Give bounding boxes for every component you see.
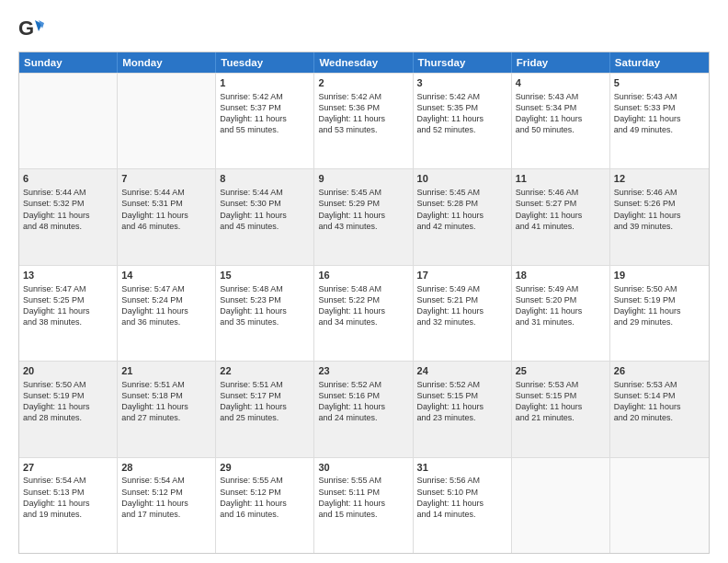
day-number: 20: [23, 364, 113, 378]
cell-detail: Sunrise: 5:44 AMSunset: 5:31 PMDaylight:…: [121, 187, 211, 232]
calendar: SundayMondayTuesdayWednesdayThursdayFrid…: [18, 52, 710, 554]
day-number: 19: [614, 269, 705, 282]
cell-detail: Sunrise: 5:49 AMSunset: 5:20 PMDaylight:…: [516, 283, 606, 328]
day-number: 29: [220, 461, 310, 475]
calendar-cell: 8Sunrise: 5:44 AMSunset: 5:30 PMDaylight…: [216, 169, 314, 264]
day-number: 14: [121, 269, 211, 282]
day-number: 5: [614, 76, 705, 90]
header-day-friday: Friday: [512, 52, 610, 73]
calendar-cell: [19, 74, 118, 168]
calendar-cell: 15Sunrise: 5:48 AMSunset: 5:23 PMDayligh…: [216, 266, 314, 361]
day-number: 12: [614, 172, 705, 186]
cell-detail: Sunrise: 5:42 AMSunset: 5:37 PMDaylight:…: [220, 91, 310, 136]
cell-detail: Sunrise: 5:50 AMSunset: 5:19 PMDaylight:…: [23, 379, 113, 424]
calendar-cell: 13Sunrise: 5:47 AMSunset: 5:25 PMDayligh…: [19, 266, 118, 361]
calendar-cell: 16Sunrise: 5:48 AMSunset: 5:22 PMDayligh…: [314, 266, 413, 361]
day-number: 6: [23, 172, 113, 186]
calendar-week-4: 20Sunrise: 5:50 AMSunset: 5:19 PMDayligh…: [19, 361, 709, 456]
day-number: 9: [318, 172, 408, 186]
calendar-cell: 26Sunrise: 5:53 AMSunset: 5:14 PMDayligh…: [610, 362, 709, 456]
day-number: 16: [318, 269, 408, 282]
day-number: 11: [516, 172, 606, 186]
calendar-week-3: 13Sunrise: 5:47 AMSunset: 5:25 PMDayligh…: [19, 265, 709, 361]
day-number: 8: [220, 172, 310, 186]
cell-detail: Sunrise: 5:49 AMSunset: 5:21 PMDaylight:…: [417, 283, 507, 328]
day-number: 22: [220, 364, 310, 378]
cell-detail: Sunrise: 5:56 AMSunset: 5:10 PMDaylight:…: [417, 475, 507, 520]
day-number: 4: [516, 76, 606, 90]
day-number: 18: [516, 269, 606, 282]
day-number: 30: [318, 461, 408, 475]
calendar-cell: 29Sunrise: 5:55 AMSunset: 5:12 PMDayligh…: [216, 458, 314, 553]
day-number: 26: [614, 364, 705, 378]
calendar-cell: 18Sunrise: 5:49 AMSunset: 5:20 PMDayligh…: [512, 266, 610, 361]
header-day-monday: Monday: [118, 52, 216, 73]
cell-detail: Sunrise: 5:45 AMSunset: 5:29 PMDaylight:…: [318, 187, 408, 232]
cell-detail: Sunrise: 5:52 AMSunset: 5:16 PMDaylight:…: [318, 379, 408, 424]
calendar-cell: 12Sunrise: 5:46 AMSunset: 5:26 PMDayligh…: [610, 169, 709, 264]
cell-detail: Sunrise: 5:54 AMSunset: 5:13 PMDaylight:…: [23, 475, 113, 520]
calendar-cell: 17Sunrise: 5:49 AMSunset: 5:21 PMDayligh…: [414, 266, 512, 361]
cell-detail: Sunrise: 5:53 AMSunset: 5:15 PMDaylight:…: [516, 379, 606, 424]
cell-detail: Sunrise: 5:42 AMSunset: 5:36 PMDaylight:…: [318, 91, 408, 136]
calendar-cell: 21Sunrise: 5:51 AMSunset: 5:18 PMDayligh…: [118, 362, 216, 456]
calendar-cell: 25Sunrise: 5:53 AMSunset: 5:15 PMDayligh…: [512, 362, 610, 456]
day-number: 25: [516, 364, 606, 378]
header-day-thursday: Thursday: [414, 52, 512, 73]
calendar-cell: 28Sunrise: 5:54 AMSunset: 5:12 PMDayligh…: [118, 458, 216, 553]
calendar-body: 1Sunrise: 5:42 AMSunset: 5:37 PMDaylight…: [19, 73, 709, 553]
calendar-cell: 2Sunrise: 5:42 AMSunset: 5:36 PMDaylight…: [314, 74, 413, 168]
cell-detail: Sunrise: 5:43 AMSunset: 5:33 PMDaylight:…: [614, 91, 705, 136]
cell-detail: Sunrise: 5:52 AMSunset: 5:15 PMDaylight:…: [417, 379, 507, 424]
calendar-cell: [610, 458, 709, 553]
calendar-cell: 7Sunrise: 5:44 AMSunset: 5:31 PMDaylight…: [118, 169, 216, 264]
cell-detail: Sunrise: 5:51 AMSunset: 5:17 PMDaylight:…: [220, 379, 310, 424]
svg-text:G: G: [18, 17, 34, 40]
day-number: 27: [23, 461, 113, 475]
day-number: 1: [220, 76, 310, 90]
cell-detail: Sunrise: 5:45 AMSunset: 5:28 PMDaylight:…: [417, 187, 507, 232]
calendar-cell: 20Sunrise: 5:50 AMSunset: 5:19 PMDayligh…: [19, 362, 118, 456]
day-number: 24: [417, 364, 507, 378]
header-day-sunday: Sunday: [19, 52, 118, 73]
cell-detail: Sunrise: 5:48 AMSunset: 5:23 PMDaylight:…: [220, 283, 310, 328]
header-day-tuesday: Tuesday: [216, 52, 314, 73]
day-number: 28: [121, 461, 211, 475]
logo-icon: G: [18, 17, 44, 42]
cell-detail: Sunrise: 5:47 AMSunset: 5:24 PMDaylight:…: [121, 283, 211, 328]
cell-detail: Sunrise: 5:44 AMSunset: 5:30 PMDaylight:…: [220, 187, 310, 232]
calendar-cell: 6Sunrise: 5:44 AMSunset: 5:32 PMDaylight…: [19, 169, 118, 264]
calendar-cell: [118, 74, 216, 168]
cell-detail: Sunrise: 5:44 AMSunset: 5:32 PMDaylight:…: [23, 187, 113, 232]
calendar-cell: 31Sunrise: 5:56 AMSunset: 5:10 PMDayligh…: [414, 458, 512, 553]
calendar-week-1: 1Sunrise: 5:42 AMSunset: 5:37 PMDaylight…: [19, 73, 709, 168]
day-number: 7: [121, 172, 211, 186]
day-number: 3: [417, 76, 507, 90]
calendar-cell: 14Sunrise: 5:47 AMSunset: 5:24 PMDayligh…: [118, 266, 216, 361]
calendar-cell: 22Sunrise: 5:51 AMSunset: 5:17 PMDayligh…: [216, 362, 314, 456]
cell-detail: Sunrise: 5:47 AMSunset: 5:25 PMDaylight:…: [23, 283, 113, 328]
calendar-cell: 5Sunrise: 5:43 AMSunset: 5:33 PMDaylight…: [610, 74, 709, 168]
day-number: 31: [417, 461, 507, 475]
cell-detail: Sunrise: 5:50 AMSunset: 5:19 PMDaylight:…: [614, 283, 705, 328]
calendar-header: SundayMondayTuesdayWednesdayThursdayFrid…: [19, 52, 709, 73]
calendar-cell: 23Sunrise: 5:52 AMSunset: 5:16 PMDayligh…: [314, 362, 413, 456]
calendar-cell: 24Sunrise: 5:52 AMSunset: 5:15 PMDayligh…: [414, 362, 512, 456]
calendar-cell: [512, 458, 610, 553]
calendar-cell: 30Sunrise: 5:55 AMSunset: 5:11 PMDayligh…: [314, 458, 413, 553]
day-number: 17: [417, 269, 507, 282]
cell-detail: Sunrise: 5:48 AMSunset: 5:22 PMDaylight:…: [318, 283, 408, 328]
day-number: 2: [318, 76, 408, 90]
calendar-cell: 27Sunrise: 5:54 AMSunset: 5:13 PMDayligh…: [19, 458, 118, 553]
cell-detail: Sunrise: 5:51 AMSunset: 5:18 PMDaylight:…: [121, 379, 211, 424]
calendar-cell: 11Sunrise: 5:46 AMSunset: 5:27 PMDayligh…: [512, 169, 610, 264]
header-day-saturday: Saturday: [610, 52, 709, 73]
calendar-cell: 19Sunrise: 5:50 AMSunset: 5:19 PMDayligh…: [610, 266, 709, 361]
cell-detail: Sunrise: 5:43 AMSunset: 5:34 PMDaylight:…: [516, 91, 606, 136]
day-number: 10: [417, 172, 507, 186]
calendar-week-2: 6Sunrise: 5:44 AMSunset: 5:32 PMDaylight…: [19, 168, 709, 264]
cell-detail: Sunrise: 5:54 AMSunset: 5:12 PMDaylight:…: [121, 475, 211, 520]
day-number: 21: [121, 364, 211, 378]
logo: G: [18, 17, 48, 42]
day-number: 23: [318, 364, 408, 378]
